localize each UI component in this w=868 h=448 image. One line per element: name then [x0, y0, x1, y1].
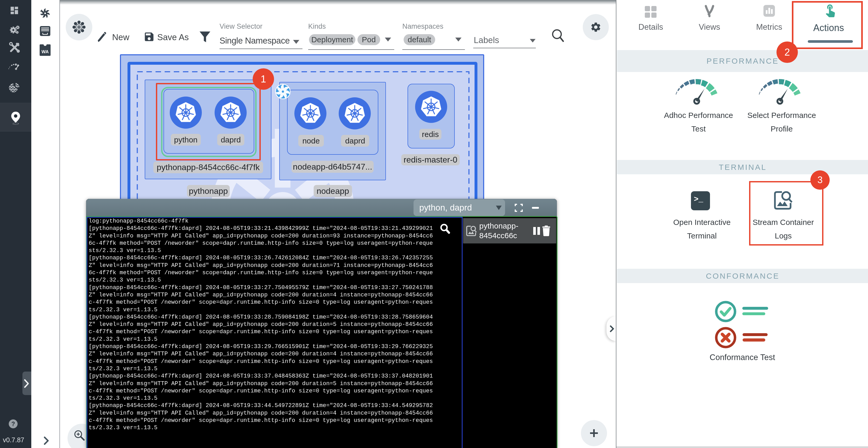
svg-text:?: ?	[11, 421, 15, 427]
svg-text:WA: WA	[41, 49, 49, 54]
